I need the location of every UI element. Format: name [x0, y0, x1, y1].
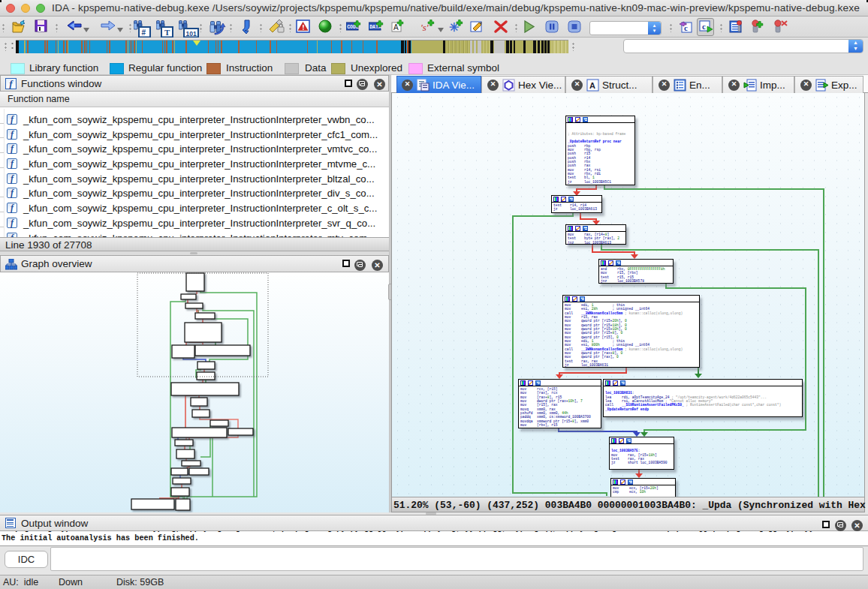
svg-text:T: T: [164, 28, 170, 37]
svg-text:'s': 's': [420, 22, 429, 33]
svg-text:#: #: [142, 29, 146, 37]
svg-text:A: A: [393, 23, 399, 32]
svg-text:101: 101: [186, 30, 197, 38]
svg-text:c: c: [702, 22, 706, 31]
svg-text:A: A: [589, 81, 595, 90]
